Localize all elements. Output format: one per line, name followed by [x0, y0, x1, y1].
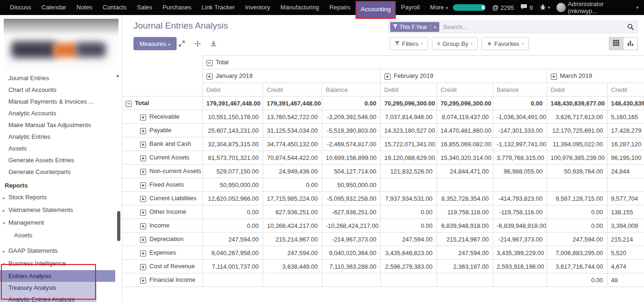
row-header-payable[interactable]: +Payable — [122, 124, 202, 137]
pivot-cell[interactable]: 2,593,916,196.00 — [493, 260, 547, 273]
expand-icon[interactable]: + — [385, 74, 391, 80]
pivot-cell[interactable] — [322, 273, 380, 287]
search-input[interactable] — [439, 23, 622, 30]
pivot-cell[interactable]: 9,040,267,958.00 — [202, 246, 263, 260]
pivot-cell[interactable]: 0.00 — [380, 219, 437, 233]
row-header-income[interactable]: +Income — [122, 219, 202, 233]
pivot-cell[interactable]: 12,170,725,691.00 — [547, 124, 607, 137]
expand-icon[interactable]: + — [140, 264, 146, 270]
sidebar-item-analytic-entries-analysis[interactable]: Analytic Entries Analysis — [0, 294, 96, 302]
remove-filter-icon[interactable]: × — [431, 24, 439, 30]
measure-header-balance-2[interactable]: Balance — [322, 83, 380, 97]
sidebar-item-generate-assets-entries[interactable]: Generate Assets Entries — [0, 154, 122, 166]
pivot-cell[interactable]: 6,839,948,918.00 — [437, 219, 493, 233]
expand-icon[interactable]: + — [140, 182, 146, 189]
pivot-cell[interactable]: 148,430,839,677.00 — [547, 97, 607, 110]
topbar-menu-link-tracker[interactable]: Link Tracker — [197, 0, 240, 15]
pivot-cell[interactable]: 17,715,985,224.00 — [263, 192, 322, 205]
pivot-cell[interactable]: 15,340,320,314.00 — [437, 151, 493, 165]
topbar-menu-manufacturing[interactable]: Manufacturing — [275, 0, 324, 15]
search-icon[interactable] — [627, 23, 634, 32]
pivot-cell[interactable]: 215,214,967.00 — [437, 233, 493, 246]
pivot-cell[interactable]: 119,758,116.00 — [437, 205, 493, 219]
pivot-cell[interactable]: 11,394,095,022.00 — [547, 137, 607, 151]
pivot-col-header-march-2019[interactable]: +March 2019 — [547, 69, 644, 83]
pivot-cell[interactable]: 2,596,279,383.00 — [380, 260, 437, 273]
pivot-cell[interactable]: 16,855,069,082.00 — [437, 137, 493, 151]
measure-header-debit-3[interactable]: Debit — [380, 83, 437, 97]
pivot-cell[interactable]: -5,095,932,258.00 — [322, 192, 380, 205]
row-header-expenses[interactable]: +Expenses — [122, 246, 202, 260]
pivot-cell[interactable]: 50,950,000.00 — [322, 178, 380, 192]
pivot-cell[interactable]: 627,936,251.00 — [263, 205, 322, 219]
pivot-cell[interactable]: 0.00 — [202, 219, 263, 233]
pivot-cell[interactable]: 148,430,839, — [607, 97, 644, 110]
pivot-cell[interactable]: 215,214 — [607, 233, 644, 246]
sidebar-item-vietnamese-statements[interactable]: ▸Vietnamese Statements — [0, 204, 122, 217]
pivot-cell[interactable] — [202, 273, 263, 287]
sidebar-item-chart-of-accounts[interactable]: Chart of Accounts — [0, 84, 122, 96]
row-header-current-liabilities[interactable]: +Current Liabilities — [122, 192, 202, 205]
pivot-cell[interactable]: 3,394,009 — [607, 219, 644, 233]
pivot-cell[interactable]: 24,844,471.00 — [437, 165, 493, 178]
pivot-cell[interactable]: 100,976,385,239.00 — [547, 151, 607, 165]
scroll-up-icon[interactable]: ▲ — [116, 73, 120, 78]
pivot-col-header-total[interactable]: −Total — [202, 56, 644, 69]
pivot-cell[interactable]: -6,839,948,918.00 — [493, 219, 547, 233]
topbar-menu-contacts[interactable]: Contacts — [97, 0, 132, 15]
measure-header-balance-5[interactable]: Balance — [493, 83, 547, 97]
pivot-cell[interactable]: 0.00 — [322, 97, 380, 110]
measures-button[interactable]: Measures▾ — [133, 37, 177, 50]
pivot-cell[interactable]: 0.00 — [493, 97, 547, 110]
row-header-financial-income[interactable]: +Financial Income — [122, 273, 202, 287]
pivot-cell[interactable]: 50,950,000.00 — [202, 178, 263, 192]
pivot-cell[interactable]: 15,722,071,341.00 — [380, 137, 437, 151]
pivot-cell[interactable]: -5,518,390,803.00 — [322, 124, 380, 137]
pivot-cell[interactable]: 8,074,119,437.00 — [437, 110, 493, 124]
measure-header-debit-6[interactable]: Debit — [547, 83, 607, 97]
sidebar-item-entries-analysis[interactable]: Entries Analysis — [0, 270, 115, 282]
pivot-cell[interactable] — [547, 178, 607, 192]
pivot-cell[interactable]: 31,125,534,034.00 — [263, 124, 322, 137]
sidebar-item-analytic-entries[interactable]: Analytic Entries — [0, 131, 122, 143]
pivot-view-button[interactable] — [609, 37, 623, 50]
graph-view-button[interactable] — [623, 37, 638, 50]
expand-icon[interactable]: + — [140, 142, 146, 148]
pivot-cell[interactable]: 70,874,544,422.00 — [263, 151, 322, 165]
sidebar-item-journal-entries[interactable]: Journal Entries — [0, 72, 122, 84]
pivot-cell[interactable]: 121,832,526.00 — [380, 165, 437, 178]
pivot-cell[interactable]: 34,774,450,132.00 — [263, 137, 322, 151]
pivot-cell[interactable]: 0.00 — [380, 205, 437, 219]
pivot-cell[interactable]: 5,520 — [607, 246, 644, 260]
pivot-cell[interactable]: 179,391,467,448.00 — [202, 97, 263, 110]
sidebar-item-gaap-statements[interactable]: ▸GAAP Statements — [0, 245, 122, 257]
pivot-cell[interactable]: 70,295,096,300.00 — [380, 97, 437, 110]
pivot-cell[interactable]: 8,352,728,354.00 — [437, 192, 493, 205]
pivot-cell[interactable]: -1,132,997,741.00 — [493, 137, 547, 151]
debug-menu[interactable]: ▾ — [540, 4, 550, 12]
sidebar-item-business-intelligence[interactable]: ▾Business Intelligence — [0, 257, 122, 270]
sidebar-item-generate-counterparts[interactable]: Generate Counterparts — [0, 166, 122, 178]
expand-icon[interactable]: + — [140, 155, 146, 161]
pivot-cell[interactable] — [437, 178, 493, 192]
pivot-cell[interactable]: 9,040,020,364.00 — [322, 246, 380, 260]
pivot-cell[interactable]: 7,110,363,288.00 — [322, 260, 380, 273]
pivot-cell[interactable]: -10,268,424,217.00 — [322, 219, 380, 233]
pivot-cell[interactable]: 13,760,542,722.00 — [263, 110, 322, 124]
row-header-cost-of-revenue[interactable]: +Cost of Revenue — [122, 260, 202, 273]
pivot-cell[interactable]: 529,077,150.00 — [202, 165, 263, 178]
pivot-cell[interactable]: 48 — [607, 273, 644, 287]
expand-icon[interactable]: + — [140, 128, 146, 134]
pivot-cell[interactable]: 3,435,399,229.00 — [493, 246, 547, 260]
row-header-receivable[interactable]: +Receivable — [122, 110, 202, 124]
search-box[interactable]: This F.Year × — [388, 21, 638, 33]
pivot-cell[interactable]: 70,295,096,300.00 — [437, 97, 493, 110]
sidebar-item-stock-reports[interactable]: ▸Stock Reports — [0, 191, 122, 204]
expand-icon[interactable]: + — [140, 114, 146, 121]
topbar-menu-notes[interactable]: Notes — [71, 0, 97, 15]
pivot-cell[interactable]: 138,155 — [607, 205, 644, 219]
topbar-menu-discuss[interactable]: Discuss — [5, 0, 37, 15]
pivot-cell[interactable] — [380, 178, 437, 192]
topbar-menu-more[interactable]: More▾ — [425, 0, 453, 15]
row-header-other-income[interactable]: +Other Income — [122, 205, 202, 219]
